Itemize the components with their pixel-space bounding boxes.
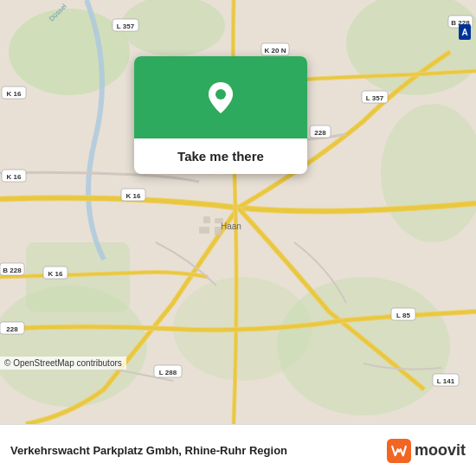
svg-rect-42 xyxy=(215,218,223,223)
svg-text:A: A xyxy=(461,28,467,37)
svg-point-1 xyxy=(9,9,130,95)
location-pin-icon xyxy=(202,79,240,117)
svg-text:L 141: L 141 xyxy=(437,377,455,385)
moovit-logo: moovit xyxy=(387,439,466,463)
svg-text:L 357: L 357 xyxy=(117,23,135,30)
svg-rect-44 xyxy=(215,227,222,235)
svg-text:L 357: L 357 xyxy=(366,94,384,102)
svg-rect-41 xyxy=(203,216,210,223)
svg-text:L 288: L 288 xyxy=(159,369,177,376)
map-container: K 16 K 16 K 16 K 16 L 357 L 357 B 228 22… xyxy=(0,0,476,424)
svg-text:228: 228 xyxy=(6,325,18,333)
popup-tail xyxy=(212,173,229,174)
svg-text:K 16: K 16 xyxy=(7,90,22,98)
svg-text:L 85: L 85 xyxy=(396,312,410,319)
svg-text:K 20 N: K 20 N xyxy=(265,47,286,55)
moovit-brand-icon xyxy=(387,439,411,463)
svg-text:228: 228 xyxy=(314,129,326,137)
map-copyright: © OpenStreetMap contributors xyxy=(0,357,126,370)
moovit-label: moovit xyxy=(415,441,466,460)
svg-text:K 16: K 16 xyxy=(126,192,141,200)
take-me-there-button[interactable]: Take me there xyxy=(134,138,307,174)
svg-text:K 16: K 16 xyxy=(7,173,22,181)
svg-text:B 228: B 228 xyxy=(3,267,22,274)
location-title: Verkehrswacht Parkplatz Gmbh, Rhine-Ruhr… xyxy=(10,444,287,457)
popup-header xyxy=(134,56,307,138)
location-info: Verkehrswacht Parkplatz Gmbh, Rhine-Ruhr… xyxy=(10,444,287,457)
svg-point-46 xyxy=(215,89,226,100)
svg-text:Haan: Haan xyxy=(221,222,241,231)
location-popup: Take me there xyxy=(134,56,307,174)
svg-rect-43 xyxy=(199,227,209,234)
svg-text:K 16: K 16 xyxy=(48,270,63,278)
info-bar: Verkehrswacht Parkplatz Gmbh, Rhine-Ruhr… xyxy=(0,424,476,476)
